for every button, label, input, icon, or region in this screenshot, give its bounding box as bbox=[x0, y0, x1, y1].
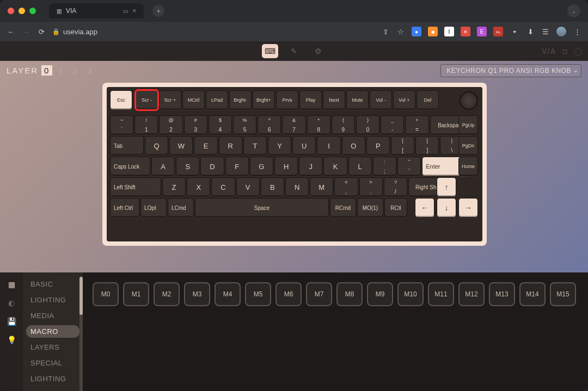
tester-tab-icon[interactable]: ✎ bbox=[286, 44, 302, 58]
key-[interactable]: )0 bbox=[356, 115, 379, 135]
key-[interactable]: ~` bbox=[110, 115, 133, 135]
macro-key-m3[interactable]: M3 bbox=[184, 282, 210, 306]
key-r[interactable]: R bbox=[219, 136, 242, 156]
layer-1[interactable]: 1 bbox=[56, 65, 66, 76]
back-icon[interactable]: ← bbox=[7, 28, 15, 36]
url-bar[interactable]: 🔒 usevia.app bbox=[52, 28, 97, 36]
key-e[interactable]: E bbox=[194, 136, 217, 156]
macro-key-m1[interactable]: M1 bbox=[123, 282, 149, 306]
macro-key-m5[interactable]: M5 bbox=[245, 282, 271, 306]
keymap-tab-icon[interactable]: ⌨ bbox=[262, 44, 278, 58]
key-brght-[interactable]: Brght+ bbox=[253, 90, 275, 110]
ext-icon-1[interactable]: ● bbox=[412, 27, 421, 36]
key-[interactable]: #3 bbox=[184, 115, 207, 135]
new-tab-button[interactable]: + bbox=[152, 5, 164, 17]
macro-key-m2[interactable]: M2 bbox=[154, 282, 180, 306]
key-f[interactable]: F bbox=[225, 157, 249, 176]
share-icon[interactable]: ⇪ bbox=[381, 28, 390, 36]
key-del[interactable]: Del bbox=[416, 90, 439, 110]
key-left-shift[interactable]: Left Shift bbox=[110, 177, 161, 197]
key-home[interactable]: Home bbox=[458, 157, 478, 176]
key-space[interactable]: Space bbox=[195, 198, 329, 218]
layer-0[interactable]: 0 bbox=[41, 65, 52, 76]
key-[interactable]: &7 bbox=[282, 115, 305, 135]
key-prvs[interactable]: Prvs bbox=[276, 90, 298, 110]
collapse-tabs-button[interactable]: ⌄ bbox=[567, 4, 580, 17]
macro-key-m10[interactable]: M10 bbox=[397, 282, 424, 306]
key-[interactable]: }] bbox=[415, 136, 439, 156]
save-icon[interactable]: 💾 bbox=[7, 317, 16, 326]
ext-icon-5[interactable]: E bbox=[477, 27, 487, 36]
key-mctrl[interactable]: MCtrl bbox=[182, 90, 205, 110]
macro-key-m8[interactable]: M8 bbox=[336, 282, 363, 306]
device-select[interactable]: KEYCHRON Q1 PRO ANSI RGB KNOB bbox=[440, 64, 581, 77]
key-lpad[interactable]: LPad bbox=[206, 90, 228, 110]
discord-icon[interactable]: ◘ bbox=[563, 47, 567, 55]
macro-key-m9[interactable]: M9 bbox=[367, 282, 393, 306]
key-[interactable]: += bbox=[405, 115, 428, 135]
macro-key-m14[interactable]: M14 bbox=[519, 282, 546, 306]
category-lighting[interactable]: LIGHTING bbox=[26, 294, 79, 306]
key-scr-[interactable]: Scr - bbox=[136, 90, 158, 110]
key-esc[interactable]: Esc bbox=[110, 90, 132, 110]
reload-icon[interactable]: ⟳ bbox=[37, 28, 46, 36]
key-vol-[interactable]: Vol - bbox=[370, 90, 392, 110]
key-next[interactable]: Next bbox=[323, 90, 345, 110]
key-pgup[interactable]: PgUp bbox=[458, 115, 478, 135]
key-j[interactable]: J bbox=[299, 157, 322, 176]
profile-avatar[interactable] bbox=[556, 27, 566, 36]
encoder-view-icon[interactable]: ◐ bbox=[8, 299, 15, 307]
key-o[interactable]: O bbox=[342, 136, 365, 156]
key-m[interactable]: M bbox=[310, 177, 333, 197]
key-[interactable]: <, bbox=[334, 177, 358, 197]
key-[interactable]: (9 bbox=[332, 115, 355, 135]
key-[interactable]: !1 bbox=[134, 115, 158, 135]
key--[interactable]: ↓ bbox=[437, 198, 456, 218]
key-i[interactable]: I bbox=[317, 136, 340, 156]
key-rctl[interactable]: RCtl bbox=[384, 198, 407, 218]
key-lcmd[interactable]: LCmd bbox=[168, 198, 194, 218]
key-q[interactable]: Q bbox=[145, 136, 168, 156]
maximize-window-icon[interactable] bbox=[29, 8, 36, 14]
minimize-window-icon[interactable] bbox=[19, 8, 25, 14]
key--[interactable]: ↑ bbox=[437, 177, 456, 197]
key-[interactable]: *8 bbox=[307, 115, 330, 135]
key-c[interactable]: C bbox=[211, 177, 235, 197]
key-d[interactable]: D bbox=[200, 157, 224, 176]
close-tab-icon[interactable]: × bbox=[132, 7, 136, 15]
key-g[interactable]: G bbox=[250, 157, 273, 176]
ext-icon-6[interactable]: u₅ bbox=[493, 27, 503, 36]
key-brght-[interactable]: Brght- bbox=[229, 90, 252, 110]
ext-icon-2[interactable]: ■ bbox=[428, 27, 438, 36]
key-t[interactable]: T bbox=[243, 136, 267, 156]
key-v[interactable]: V bbox=[236, 177, 260, 197]
key-k[interactable]: K bbox=[323, 157, 347, 176]
ext-icon-4[interactable]: ≡ bbox=[461, 27, 470, 36]
macro-key-m7[interactable]: M7 bbox=[306, 282, 332, 306]
rotary-knob[interactable] bbox=[460, 91, 478, 110]
key-n[interactable]: N bbox=[285, 177, 309, 197]
key-pgdn[interactable]: PgDn bbox=[458, 136, 478, 156]
macro-key-m13[interactable]: M13 bbox=[489, 282, 515, 306]
key-tab[interactable]: Tab bbox=[110, 136, 144, 156]
github-icon[interactable]: ◯ bbox=[574, 47, 583, 55]
key-l[interactable]: L bbox=[348, 157, 372, 176]
browser-tab[interactable]: ▥ VIA ▭ × bbox=[49, 3, 144, 18]
key-mute[interactable]: Mute bbox=[346, 90, 369, 110]
key-[interactable]: $4 bbox=[209, 115, 232, 135]
key-h[interactable]: H bbox=[274, 157, 298, 176]
key--[interactable]: ← bbox=[415, 198, 434, 218]
key-[interactable]: {[ bbox=[391, 136, 414, 156]
keymap-view-icon[interactable]: ▦ bbox=[8, 280, 15, 289]
category-lighting[interactable]: LIGHTING bbox=[26, 373, 79, 385]
key-[interactable]: :; bbox=[373, 157, 396, 176]
close-window-icon[interactable] bbox=[8, 8, 14, 14]
key-[interactable]: %5 bbox=[233, 115, 256, 135]
category-media[interactable]: MEDIA bbox=[26, 309, 79, 322]
key-z[interactable]: Z bbox=[162, 177, 186, 197]
category-macro[interactable]: MACRO bbox=[26, 325, 79, 338]
forward-icon[interactable]: → bbox=[22, 28, 30, 36]
category-list[interactable]: BASICLIGHTINGMEDIAMACROLAYERSSPECIALLIGH… bbox=[23, 272, 83, 391]
key-left-ctrl[interactable]: Left Ctrl bbox=[110, 198, 139, 218]
layer-3[interactable]: 3 bbox=[84, 65, 95, 76]
